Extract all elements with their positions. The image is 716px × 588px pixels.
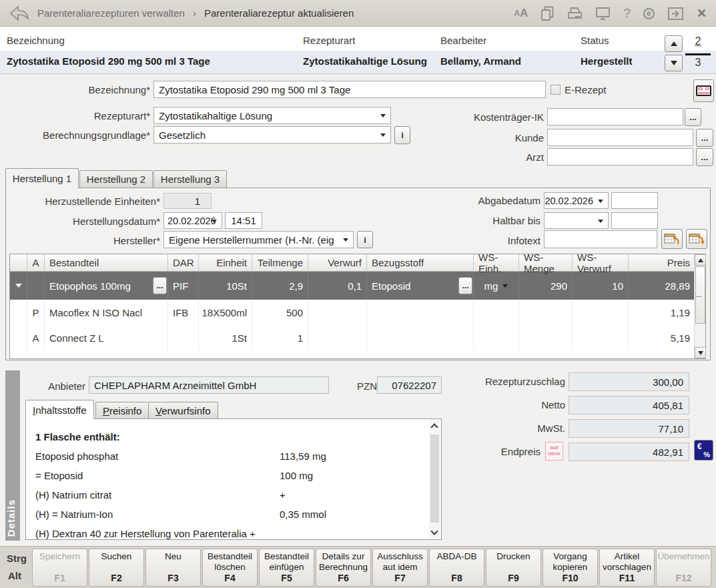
copy-icon[interactable]	[541, 6, 555, 21]
up-arrow-icon	[671, 41, 677, 46]
rezepturart-select[interactable]: Zytostatikahaltige Lösung	[153, 107, 391, 124]
column-header-rezepturart[interactable]: Rezepturart	[303, 35, 355, 46]
artikel-vorschlagen-button[interactable]: Artikel vorschlagenF11	[599, 549, 655, 587]
berechnungsgrundlage-label: Berechnungsgrundlage*	[0, 129, 150, 141]
e-rezept-checkbox[interactable]	[551, 85, 561, 95]
kostentraeger-ik-input[interactable]	[547, 108, 683, 125]
breadcrumb-parent[interactable]: Parenteraliarezepturen verwalten	[37, 7, 185, 19]
drucken-button[interactable]: DruckenF9	[486, 549, 541, 587]
close-icon[interactable]: ✕	[697, 6, 707, 21]
herstellungsdatum-select[interactable]: 20.02.2026	[163, 212, 222, 229]
print-icon[interactable]	[567, 7, 583, 21]
record-row[interactable]: Zytostatika Etoposid 290 mg 500 ml 3 Tag…	[0, 51, 716, 73]
berechnungsgrundlage-select[interactable]: Gesetzlich	[153, 126, 391, 143]
cell-verwurf	[308, 325, 367, 350]
header-ws-menge[interactable]: WS-Menge	[519, 254, 573, 271]
help-icon[interactable]: ?	[623, 6, 631, 21]
column-header-bearbeiter[interactable]: Bearbeiter	[440, 35, 486, 46]
tab-inhaltsstoffe[interactable]: Inhaltsstoffe	[25, 400, 94, 419]
rezept-print-button[interactable]	[693, 79, 714, 102]
back-button[interactable]	[5, 3, 33, 24]
cell-ws-verwurf	[573, 325, 629, 350]
header-a[interactable]: A	[27, 254, 45, 271]
header-bestandteil[interactable]: Bestandteil	[45, 254, 168, 271]
down-chevron-icon[interactable]	[430, 527, 438, 535]
kostentraeger-ik-lookup-button[interactable]: ...	[685, 108, 701, 126]
berechnungsgrundlage-info-button[interactable]: i	[394, 126, 410, 144]
table-scrollbar[interactable]	[694, 254, 705, 358]
uebernehmen-button[interactable]: ÜbernehmenF12	[656, 549, 711, 587]
hersteller-info-button[interactable]: i	[357, 231, 373, 248]
infotext-input[interactable]	[544, 230, 657, 248]
tab-herstellung-2[interactable]: Herstellung 2	[79, 170, 153, 188]
price-calculation-button[interactable]: € %	[694, 440, 713, 461]
mwst-field: 77,10	[569, 419, 689, 438]
switch-window-icon[interactable]	[667, 7, 684, 21]
kunde-input[interactable]	[547, 129, 693, 146]
record-up-button[interactable]	[665, 35, 683, 52]
e-service-icon[interactable]: e	[643, 8, 655, 19]
haltbar-bis-select[interactable]	[544, 212, 609, 229]
vorgang-kopieren-button[interactable]: Vorgang kopierenF10	[543, 549, 598, 587]
hersteller-select[interactable]: Eigene Herstellernummer (H.-Nr. (eig	[163, 231, 354, 248]
haltbar-bis-zeit-input[interactable]	[611, 212, 658, 229]
header-selector[interactable]	[10, 254, 27, 271]
tab-preisinfo[interactable]: Preisinfo	[95, 402, 149, 419]
header-bezugsstoff[interactable]: Bezugsstoff	[367, 254, 474, 271]
column-header-bezeichnung[interactable]: Bezeichnung	[7, 35, 65, 46]
cell-dar	[168, 325, 199, 350]
monitor-icon[interactable]	[595, 7, 611, 21]
bestandteil-lookup-button[interactable]: ...	[153, 277, 167, 294]
scroll-down-button[interactable]	[695, 347, 706, 358]
back-arrow-icon	[9, 5, 30, 22]
infotext-export-button[interactable]	[686, 229, 707, 249]
record-down-button[interactable]	[665, 55, 683, 71]
table-row-selected[interactable]: Etopophos 100mg ... PIF 10St 2,9 0,1 Eto…	[10, 272, 705, 300]
header-preis[interactable]: Preis	[629, 254, 695, 271]
ausschluss-aut-idem-button[interactable]: Ausschluss aut idemF7	[372, 549, 428, 587]
herstellungszeit-input[interactable]: 14:51	[225, 212, 262, 229]
neu-button[interactable]: NeuF3	[145, 549, 201, 587]
table-row[interactable]: A Connect Z L 1St 1 5,19	[10, 325, 705, 350]
bestandteil-loeschen-button[interactable]: Bestandteil löschenF4	[202, 549, 258, 587]
infotext-import-button[interactable]	[661, 229, 683, 249]
header-teilmenge[interactable]: Teilmenge	[252, 254, 308, 271]
cell-ws-einh[interactable]: mg	[474, 272, 519, 300]
header-dar[interactable]: DAR	[168, 254, 199, 271]
mwst-label: MwSt.	[400, 422, 565, 434]
header-ws-verwurf[interactable]: WS-Verwurf	[573, 254, 629, 271]
speichern-button[interactable]: SpeichernF1	[32, 549, 87, 587]
inhaltsstoffe-heading: 1 Flasche enthält:	[35, 427, 425, 447]
kunde-lookup-button[interactable]: ...	[696, 129, 713, 147]
details-zur-berechnung-button[interactable]: Details zur BerechnungF6	[316, 549, 371, 587]
table-row[interactable]: P Macoflex N ISO Nacl IFB 18X500ml 500 1…	[10, 300, 705, 325]
abgabedatum-select[interactable]: 20.02.2026	[544, 192, 609, 209]
tab-verwurfsinfo[interactable]: Verwurfsinfo	[148, 402, 218, 419]
tab-herstellung-1[interactable]: Herstellung 1	[5, 168, 79, 188]
row-expand-icon[interactable]	[15, 284, 22, 288]
abgabezeit-input[interactable]	[611, 192, 658, 209]
bestandteil-einfuegen-button[interactable]: Bestandteil einfügenF5	[259, 549, 314, 587]
details-scrollbar[interactable]	[429, 420, 440, 539]
bezugsstoff-lookup-button[interactable]: ...	[458, 277, 472, 294]
cell-dar: IFB	[168, 300, 199, 325]
bezeichnung-input[interactable]: Zytostatika Etoposid 290 mg 500 ml 3 Tag…	[153, 81, 546, 98]
header-einheit[interactable]: Einheit	[199, 254, 252, 271]
header-verwurf[interactable]: Verwurf	[308, 254, 367, 271]
tab-herstellung-3[interactable]: Herstellung 3	[153, 170, 227, 188]
arzt-input[interactable]	[547, 148, 693, 166]
einheiten-label: Herzustellende Einheiten*	[0, 196, 160, 207]
arzt-lookup-button[interactable]: ...	[696, 148, 713, 166]
abda-db-button[interactable]: ABDA-DBF8	[429, 549, 484, 587]
font-size-icon[interactable]: AA	[514, 7, 528, 20]
header-ws-einh[interactable]: WS-Einh.	[474, 254, 519, 271]
details-sidebar[interactable]: Details	[5, 370, 20, 541]
scrollbar-thumb[interactable]	[695, 266, 705, 324]
suchen-button[interactable]: SuchenF2	[89, 549, 144, 587]
scroll-up-button[interactable]	[695, 254, 706, 266]
cell-a: P	[27, 300, 45, 325]
column-header-status[interactable]: Status	[581, 35, 609, 46]
cell-ws-einh	[474, 325, 519, 350]
cell-verwurf: 0,1	[308, 272, 367, 300]
chevron-down-icon	[343, 238, 348, 242]
